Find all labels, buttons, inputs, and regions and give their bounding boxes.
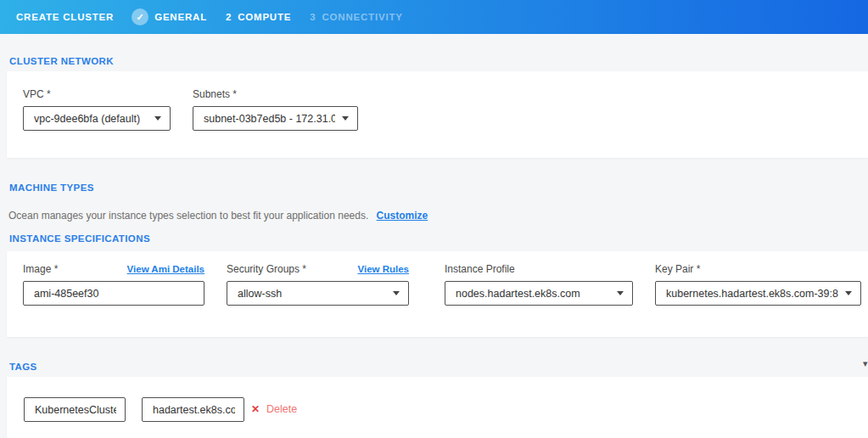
- step-compute-number: 2: [226, 12, 232, 22]
- security-groups-field: Security Groups * View Rules allow-ssh: [227, 263, 409, 306]
- key-pair-select-value: kubernetes.hadartest.ek8s.com-39:84:a5:9…: [666, 288, 838, 300]
- tag-value-field: [142, 397, 244, 422]
- tags-card: ✕ Delete: [7, 377, 868, 438]
- chevron-down-icon: [154, 116, 161, 121]
- step-connectivity-label: CONNECTIVITY: [322, 12, 402, 22]
- delete-tag-label: Delete: [266, 403, 297, 415]
- check-icon: ✓: [132, 8, 148, 25]
- header-bar: CREATE CLUSTER ✓ GENERAL 2 COMPUTE 3 CON…: [0, 0, 868, 34]
- vpc-select[interactable]: vpc-9dee6bfa (default): [23, 106, 171, 131]
- key-pair-field: Key Pair * kubernetes.hadartest.ek8s.com…: [655, 263, 861, 306]
- step-compute[interactable]: 2 COMPUTE: [226, 12, 291, 22]
- vpc-label: VPC *: [23, 88, 51, 100]
- vpc-select-value: vpc-9dee6bfa (default): [34, 113, 148, 125]
- delete-x-icon: ✕: [251, 403, 260, 415]
- cluster-network-section-title: CLUSTER NETWORK: [9, 56, 114, 66]
- instance-profile-field: Instance Profile nodes.hadartest.ek8s.co…: [445, 263, 633, 306]
- step-compute-label: COMPUTE: [238, 12, 291, 22]
- step-connectivity[interactable]: 3 CONNECTIVITY: [310, 12, 402, 22]
- instance-specifications-card: Image * View Ami Details Security Groups…: [7, 251, 868, 337]
- security-groups-label: Security Groups *: [227, 263, 306, 275]
- subnets-field: Subnets * subnet-03b7ed5b - 172.31.0.0/2…: [193, 88, 358, 131]
- security-groups-select-value: allow-ssh: [238, 288, 386, 300]
- key-pair-select[interactable]: kubernetes.hadartest.ek8s.com-39:84:a5:9…: [655, 281, 861, 306]
- chevron-down-icon: [845, 291, 852, 295]
- tag-value-input[interactable]: [142, 397, 244, 422]
- image-label: Image *: [23, 263, 58, 275]
- delete-tag-button[interactable]: ✕ Delete: [251, 403, 297, 415]
- chevron-down-icon: [342, 116, 349, 121]
- create-cluster-title: CREATE CLUSTER: [16, 12, 114, 22]
- step-general[interactable]: ✓ GENERAL: [132, 8, 207, 25]
- machine-types-description: Ocean manages your instance types select…: [8, 210, 428, 222]
- key-pair-label: Key Pair *: [655, 263, 700, 275]
- instance-specifications-section-title: INSTANCE SPECIFICATIONS: [9, 233, 150, 244]
- subnets-label: Subnets *: [193, 88, 237, 100]
- chevron-down-icon: [393, 291, 400, 295]
- security-groups-select[interactable]: allow-ssh: [227, 281, 409, 306]
- step-general-label: GENERAL: [154, 12, 207, 22]
- subnets-select-value: subnet-03b7ed5b - 172.31.0.0/20 ...: [204, 113, 335, 125]
- view-rules-link[interactable]: View Rules: [357, 264, 409, 274]
- machine-types-description-text: Ocean manages your instance types select…: [8, 210, 368, 222]
- image-input[interactable]: [23, 281, 204, 306]
- view-ami-details-link[interactable]: View Ami Details: [127, 264, 204, 274]
- tag-key-input[interactable]: [24, 397, 126, 422]
- instance-profile-label: Instance Profile: [445, 263, 515, 275]
- machine-types-section-title: MACHINE TYPES: [9, 182, 94, 193]
- cluster-network-card: VPC * vpc-9dee6bfa (default) Subnets * s…: [7, 71, 868, 158]
- image-field: Image * View Ami Details: [23, 263, 204, 306]
- step-connectivity-number: 3: [310, 12, 316, 22]
- tags-section-title: TAGS: [9, 362, 37, 372]
- instance-profile-select[interactable]: nodes.hadartest.ek8s.com: [445, 281, 633, 306]
- chevron-down-icon: [617, 291, 624, 295]
- subnets-select[interactable]: subnet-03b7ed5b - 172.31.0.0/20 ...: [193, 106, 358, 131]
- instance-profile-select-value: nodes.hadartest.ek8s.com: [456, 288, 610, 300]
- customize-link[interactable]: Customize: [377, 210, 428, 222]
- tags-collapse-chevron-icon[interactable]: ▾: [863, 358, 868, 369]
- tag-key-field: [24, 397, 126, 422]
- vpc-field: VPC * vpc-9dee6bfa (default): [23, 88, 171, 131]
